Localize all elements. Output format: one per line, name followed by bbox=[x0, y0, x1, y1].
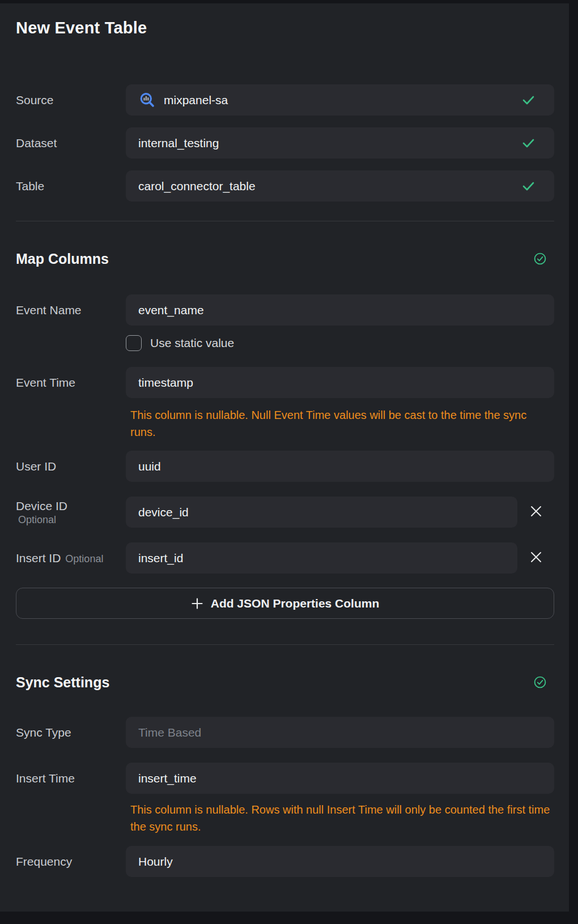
device-id-optional-label: Optional bbox=[16, 514, 126, 526]
new-event-table-panel: New Event Table Source mixpanel-sa Datas… bbox=[0, 3, 569, 912]
dataset-label: Dataset bbox=[16, 127, 126, 159]
event-time-row: Event Time timestamp This column is null… bbox=[16, 367, 554, 440]
clear-device-id-button[interactable] bbox=[517, 497, 554, 528]
insert-id-label: Insert ID bbox=[16, 542, 61, 574]
insert-id-row: Insert ID Optional insert_id bbox=[16, 542, 554, 575]
frequency-label: Frequency bbox=[16, 846, 126, 877]
dataset-value: internal_testing bbox=[138, 136, 219, 150]
insert-time-row: Insert Time insert_time This column is n… bbox=[16, 763, 554, 835]
add-json-properties-column-button[interactable]: Add JSON Properties Column bbox=[16, 588, 554, 619]
device-id-field[interactable]: device_id bbox=[126, 497, 517, 528]
insert-id-optional-label: Optional bbox=[61, 544, 103, 575]
close-icon bbox=[529, 504, 543, 520]
plus-icon bbox=[191, 597, 203, 610]
sync-type-value: Time Based bbox=[138, 726, 201, 739]
use-static-value-checkbox[interactable] bbox=[126, 335, 142, 351]
source-field[interactable]: mixpanel-sa bbox=[126, 84, 554, 116]
table-row: Table carol_connector_table bbox=[16, 170, 554, 202]
event-time-field[interactable]: timestamp bbox=[126, 367, 554, 398]
event-name-label: Event Name bbox=[16, 294, 126, 326]
frequency-row: Frequency Hourly bbox=[16, 846, 554, 877]
source-value: mixpanel-sa bbox=[164, 93, 228, 107]
table-label: Table bbox=[16, 170, 126, 202]
device-id-row: Device ID Optional device_id bbox=[16, 497, 554, 528]
table-field[interactable]: carol_connector_table bbox=[126, 170, 554, 202]
frequency-field[interactable]: Hourly bbox=[126, 846, 554, 877]
clear-insert-id-button[interactable] bbox=[517, 542, 554, 574]
source-label: Source bbox=[16, 84, 126, 116]
sync-type-label: Sync Type bbox=[16, 717, 126, 748]
use-static-value-label: Use static value bbox=[142, 336, 234, 350]
insert-time-label: Insert Time bbox=[16, 763, 126, 794]
section-divider bbox=[16, 221, 554, 221]
sync-type-row: Sync Type Time Based bbox=[16, 717, 554, 748]
map-columns-header: Map Columns bbox=[16, 251, 554, 267]
close-icon bbox=[529, 550, 543, 566]
map-columns-complete-icon bbox=[534, 253, 546, 265]
frequency-value: Hourly bbox=[138, 855, 173, 869]
user-id-label: User ID bbox=[16, 451, 126, 482]
insert-time-field[interactable]: insert_time bbox=[126, 763, 554, 794]
page-title: New Event Table bbox=[16, 19, 554, 37]
event-name-field[interactable]: event_name bbox=[126, 294, 554, 326]
table-valid-check-icon bbox=[522, 179, 535, 192]
source-row: Source mixpanel-sa bbox=[16, 84, 554, 116]
sync-type-field: Time Based bbox=[126, 717, 554, 748]
user-id-row: User ID uuid bbox=[16, 451, 554, 482]
add-json-properties-column-label: Add JSON Properties Column bbox=[211, 597, 380, 610]
map-columns-title: Map Columns bbox=[16, 251, 109, 267]
sync-settings-complete-icon bbox=[534, 676, 546, 688]
table-value: carol_connector_table bbox=[138, 179, 256, 193]
use-static-value-row: Use static value bbox=[126, 335, 554, 351]
section-divider bbox=[16, 644, 554, 645]
insert-time-nullable-warning: This column is nullable. Rows with null … bbox=[126, 801, 551, 835]
event-name-row: Event Name event_name bbox=[16, 294, 554, 326]
insert-time-value: insert_time bbox=[138, 772, 197, 785]
user-id-field[interactable]: uuid bbox=[126, 451, 554, 482]
device-id-label: Device ID bbox=[16, 499, 126, 514]
device-id-value: device_id bbox=[138, 506, 189, 519]
insert-id-value: insert_id bbox=[138, 551, 183, 565]
insert-id-field[interactable]: insert_id bbox=[126, 542, 517, 574]
dataset-field[interactable]: internal_testing bbox=[126, 127, 554, 159]
source-valid-check-icon bbox=[522, 93, 535, 106]
sync-settings-header: Sync Settings bbox=[16, 674, 554, 690]
event-time-label: Event Time bbox=[16, 367, 126, 398]
event-time-value: timestamp bbox=[138, 376, 193, 390]
source-connector-icon bbox=[138, 92, 155, 109]
event-time-nullable-warning: This column is nullable. Null Event Time… bbox=[126, 407, 551, 440]
dataset-row: Dataset internal_testing bbox=[16, 127, 554, 159]
dataset-valid-check-icon bbox=[522, 136, 535, 149]
user-id-value: uuid bbox=[138, 460, 161, 473]
event-name-value: event_name bbox=[138, 303, 204, 317]
sync-settings-title: Sync Settings bbox=[16, 674, 109, 690]
